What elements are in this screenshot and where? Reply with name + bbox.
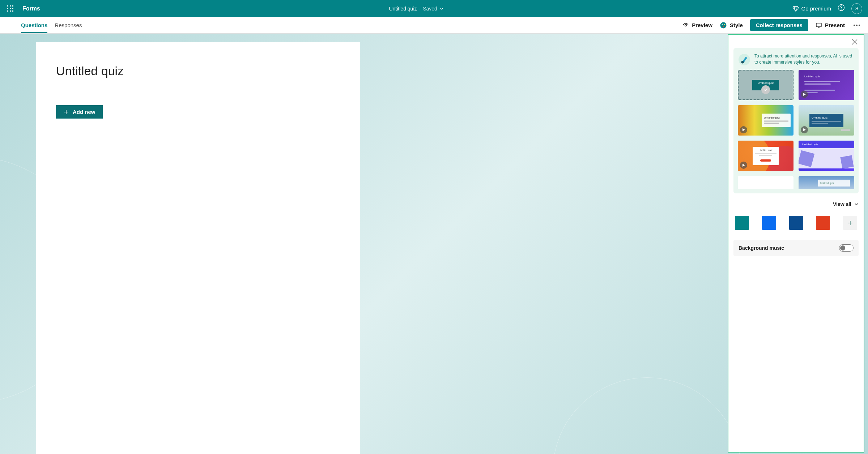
style-grid: Untitled quiz Untitled quiz xyxy=(738,70,854,171)
avatar-initial: S xyxy=(855,6,859,11)
color-swatch-red[interactable] xyxy=(816,216,830,230)
svg-rect-0 xyxy=(7,5,8,7)
svg-rect-7 xyxy=(10,10,11,12)
tile-6-title: Untitled quiz xyxy=(799,141,854,148)
svg-rect-1 xyxy=(10,5,11,7)
palette-icon xyxy=(720,22,727,29)
play-icon xyxy=(801,126,808,133)
svg-point-11 xyxy=(685,24,687,26)
plus-icon xyxy=(847,220,854,226)
app-header: Forms Untitled quiz - Saved Go premium S xyxy=(0,0,868,17)
form-title[interactable]: Untitled quiz xyxy=(56,64,340,78)
tile-3-title: Untitled quiz xyxy=(764,116,788,119)
style-tile-1[interactable]: Untitled quiz xyxy=(738,70,793,100)
view-all-button[interactable]: View all xyxy=(733,201,859,207)
form-card: Untitled quiz Add new xyxy=(36,42,360,454)
tile-2-title: Untitled quiz xyxy=(804,75,848,78)
style-tile-7[interactable]: Untitled quiz xyxy=(738,176,793,189)
tabs: Questions Responses xyxy=(21,17,82,33)
chevron-down-icon[interactable] xyxy=(439,7,444,11)
background-music-row: Background music xyxy=(733,240,859,256)
tab-responses-label: Responses xyxy=(55,22,82,28)
present-label: Present xyxy=(825,22,845,28)
brush-icon xyxy=(738,53,751,66)
tab-responses[interactable]: Responses xyxy=(55,17,82,33)
toolbar-actions: Preview Style Collect responses Present xyxy=(682,19,861,31)
app-launcher-icon[interactable] xyxy=(3,1,17,16)
play-icon xyxy=(801,91,808,98)
svg-point-10 xyxy=(841,9,841,9)
preview-label: Preview xyxy=(692,22,712,28)
present-button[interactable]: Present xyxy=(816,22,845,29)
collect-responses-label: Collect responses xyxy=(756,22,803,28)
play-icon xyxy=(740,162,747,169)
add-new-label: Add new xyxy=(73,109,95,115)
tile-4-title: Untitled quiz xyxy=(812,116,841,119)
canvas-area: Untitled quiz Add new To attract more at… xyxy=(0,34,868,454)
svg-point-15 xyxy=(723,26,724,27)
style-panel: To attract more attention and responses,… xyxy=(728,34,864,453)
close-icon[interactable] xyxy=(851,39,858,45)
view-all-label: View all xyxy=(833,201,851,207)
document-title-region[interactable]: Untitled quiz - Saved xyxy=(40,6,793,12)
background-music-label: Background music xyxy=(739,245,784,251)
help-icon[interactable] xyxy=(838,4,845,13)
ai-styles-section: To attract more attention and responses,… xyxy=(733,48,859,193)
go-premium-button[interactable]: Go premium xyxy=(792,5,831,12)
tab-questions[interactable]: Questions xyxy=(21,17,47,33)
preview-button[interactable]: Preview xyxy=(682,22,712,29)
document-separator: - xyxy=(419,6,421,12)
color-swatch-blue[interactable] xyxy=(762,216,776,230)
diamond-icon xyxy=(792,5,799,12)
tab-questions-label: Questions xyxy=(21,22,47,28)
header-actions: Go premium S xyxy=(792,3,862,14)
check-icon xyxy=(761,85,770,94)
add-color-button[interactable] xyxy=(843,216,857,230)
tile-5-title: Untitled quiz xyxy=(755,149,776,151)
style-tile-2[interactable]: Untitled quiz xyxy=(799,70,854,100)
play-icon xyxy=(740,126,747,133)
app-name[interactable]: Forms xyxy=(22,5,40,12)
svg-point-13 xyxy=(722,23,723,25)
svg-point-14 xyxy=(724,24,725,25)
plus-icon xyxy=(63,109,69,115)
tile-1-title: Untitled quiz xyxy=(752,81,779,85)
style-grid-row-cut: Untitled quiz Untitled quiz xyxy=(738,176,854,189)
color-swatch-darkblue[interactable] xyxy=(789,216,803,230)
more-menu-icon[interactable] xyxy=(852,23,861,27)
toolbar: Questions Responses Preview Style Collec… xyxy=(0,17,868,34)
style-tile-5[interactable]: Untitled quiz xyxy=(738,141,793,171)
svg-point-18 xyxy=(741,61,744,64)
svg-rect-4 xyxy=(10,8,11,9)
collect-responses-button[interactable]: Collect responses xyxy=(750,19,808,31)
svg-rect-5 xyxy=(12,8,13,9)
avatar[interactable]: S xyxy=(851,3,862,14)
svg-rect-2 xyxy=(12,5,13,7)
svg-rect-16 xyxy=(816,23,821,27)
add-new-button[interactable]: Add new xyxy=(56,105,103,119)
svg-rect-8 xyxy=(12,10,13,12)
present-icon xyxy=(816,22,822,29)
color-swatch-teal[interactable] xyxy=(735,216,749,230)
color-row xyxy=(733,216,859,230)
style-tile-3[interactable]: Untitled quiz xyxy=(738,105,793,136)
go-premium-label: Go premium xyxy=(801,5,831,12)
style-tile-4[interactable]: Untitled quiz xyxy=(799,105,854,136)
document-title: Untitled quiz xyxy=(389,6,417,12)
chevron-down-icon xyxy=(854,202,859,206)
style-label: Style xyxy=(730,22,743,28)
svg-point-12 xyxy=(720,22,726,28)
background-music-toggle[interactable] xyxy=(839,244,854,252)
style-button[interactable]: Style xyxy=(720,22,743,29)
svg-rect-3 xyxy=(7,8,8,9)
style-tile-6[interactable]: Untitled quiz xyxy=(799,141,854,171)
info-text: To attract more attention and responses,… xyxy=(754,53,854,65)
eye-icon xyxy=(682,22,689,29)
svg-rect-6 xyxy=(7,10,8,12)
tile-8-title: Untitled quiz xyxy=(820,182,848,184)
document-status: Saved xyxy=(423,6,437,12)
style-tile-8[interactable]: Untitled quiz xyxy=(799,176,854,189)
